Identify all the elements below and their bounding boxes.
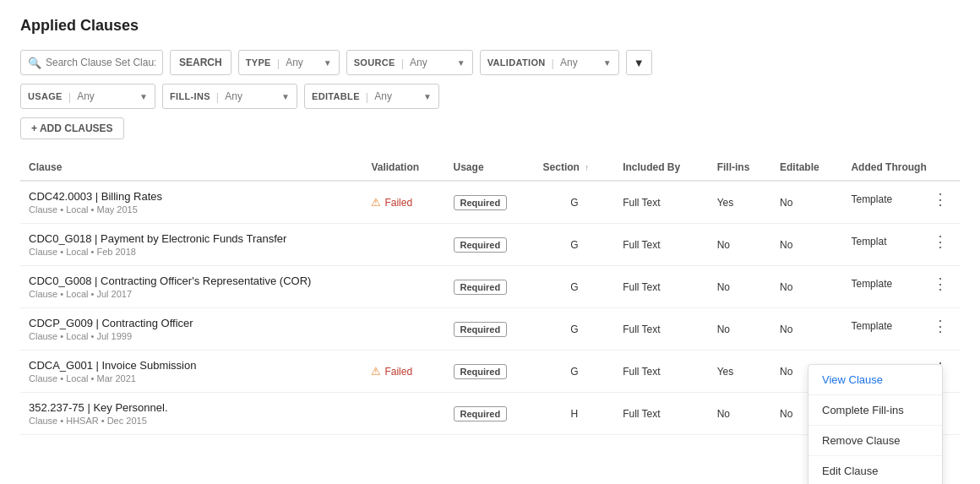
col-fillins: Fill-ins (709, 155, 771, 181)
section-cell: G (535, 351, 615, 393)
required-badge: Required (454, 406, 508, 421)
validation-cell: ⚠ Failed (362, 351, 444, 393)
section-cell: G (535, 308, 615, 351)
clause-meta: Clause • HHSAR • Dec 2015 (29, 416, 354, 426)
col-included-by: Included By (614, 155, 709, 181)
clause-meta: Clause • Local • Jul 1999 (29, 331, 354, 341)
included-by-cell: Full Text (614, 351, 709, 393)
col-section[interactable]: Section ↑ (535, 155, 615, 181)
validation-cell: ⚠ Failed (362, 181, 444, 224)
included-by-cell: Full Text (614, 393, 709, 435)
usage-filter[interactable]: USAGE | Any ▼ (20, 84, 155, 109)
validation-value: Any (560, 57, 600, 68)
clause-name: CDCP_G009 | Contracting Officer (29, 317, 354, 329)
usage-cell: Required (445, 308, 535, 351)
usage-value: Any (77, 90, 136, 102)
fillins-cell: No (709, 266, 771, 308)
chevron-down-icon: ▼ (281, 92, 290, 101)
table-row: CDC0_G018 | Payment by Electronic Funds … (20, 224, 960, 266)
clause-meta: Clause • Local • May 2015 (29, 204, 354, 215)
source-value: Any (410, 57, 454, 68)
included-by-cell: Full Text (614, 224, 709, 266)
filter-icon-button[interactable]: ▼ (626, 50, 652, 75)
failed-badge: ⚠ Failed (371, 196, 436, 209)
row-context-menu: View ClauseComplete Fill-insRemove Claus… (808, 364, 943, 484)
added-through-cell: Templat ⋮ (842, 224, 960, 259)
usage-cell: Required (445, 266, 535, 308)
added-through-cell: Template ⋮ (842, 266, 960, 302)
chevron-down-icon: ▼ (423, 92, 432, 101)
validation-filter[interactable]: VALIDATION | Any ▼ (480, 50, 619, 75)
type-value: Any (286, 57, 320, 68)
table-row: CDC42.0003 | Billing Rates Clause • Loca… (20, 181, 960, 224)
source-label: SOURCE (354, 57, 395, 68)
type-label: TYPE (246, 57, 271, 68)
usage-cell: Required (445, 181, 535, 224)
col-added-through: Added Through (842, 155, 960, 181)
editable-cell: No (771, 266, 842, 308)
required-badge: Required (454, 322, 508, 337)
menu-item-edit-clause[interactable]: Edit Clause (808, 456, 942, 484)
included-by-cell: Full Text (614, 266, 709, 308)
included-by-cell: Full Text (614, 181, 709, 224)
clause-cell: CDC0_G018 | Payment by Electronic Funds … (20, 224, 362, 266)
editable-value: Any (374, 90, 420, 102)
menu-item-complete-fill-ins[interactable]: Complete Fill-ins (808, 395, 942, 426)
filter-row-1: 🔍 SEARCH TYPE | Any ▼ SOURCE | Any ▼ VAL… (20, 50, 960, 75)
editable-cell: No (771, 181, 842, 224)
search-input[interactable] (46, 57, 155, 68)
required-badge: Required (454, 280, 508, 295)
usage-label: USAGE (28, 91, 63, 101)
editable-cell: No (771, 224, 842, 266)
clause-meta: Clause • Local • Jul 2017 (29, 289, 354, 299)
clause-cell: CDCP_G009 | Contracting Officer Clause •… (20, 308, 362, 351)
search-box[interactable]: 🔍 (20, 50, 163, 75)
added-through-cell: Template ⋮ (842, 182, 960, 217)
clause-cell: CDCA_G001 | Invoice Submission Clause • … (20, 351, 362, 393)
fillins-cell: Yes (709, 181, 771, 224)
fillins-filter[interactable]: FILL-INS | Any ▼ (162, 84, 297, 109)
col-validation: Validation (362, 155, 444, 181)
more-options-button[interactable]: ⋮ (929, 190, 951, 209)
more-options-button[interactable]: ⋮ (929, 275, 951, 293)
required-badge: Required (454, 364, 508, 379)
editable-filter[interactable]: EDITABLE | Any ▼ (304, 84, 439, 109)
source-filter[interactable]: SOURCE | Any ▼ (346, 50, 473, 75)
chevron-down-icon: ▼ (139, 92, 148, 101)
chevron-down-icon: ▼ (324, 58, 332, 68)
clause-cell: CDC42.0003 | Billing Rates Clause • Loca… (20, 181, 362, 224)
added-through-value: Template (851, 193, 892, 205)
more-options-button[interactable]: ⋮ (929, 317, 951, 335)
editable-cell: No (771, 308, 842, 351)
added-through-cell: Template ⋮ (842, 308, 960, 344)
clause-meta: Clause • Local • Mar 2021 (29, 373, 354, 383)
fillins-cell: No (709, 308, 771, 351)
validation-cell (362, 393, 444, 435)
clause-name: CDC42.0003 | Billing Rates (29, 190, 354, 203)
menu-item-remove-clause[interactable]: Remove Clause (808, 426, 942, 456)
table-wrapper: Clause Validation Usage Section ↑ Includ… (20, 155, 960, 435)
more-options-button[interactable]: ⋮ (929, 232, 951, 251)
table-row: CDCP_G009 | Contracting Officer Clause •… (20, 308, 960, 351)
add-clauses-button[interactable]: + ADD CLAUSES (20, 117, 124, 139)
section-cell: H (535, 393, 615, 435)
failed-badge: ⚠ Failed (371, 365, 436, 378)
validation-cell (362, 266, 444, 308)
clause-name: CDCA_G001 | Invoice Submission (29, 359, 354, 372)
col-editable: Editable (771, 155, 842, 181)
usage-cell: Required (445, 224, 535, 266)
fillins-label: FILL-INS (170, 91, 210, 101)
chevron-down-icon: ▼ (603, 58, 612, 68)
warning-icon: ⚠ (371, 196, 381, 209)
col-clause: Clause (20, 155, 362, 181)
funnel-icon: ▼ (634, 57, 645, 69)
required-badge: Required (454, 237, 508, 253)
fillins-cell: Yes (709, 351, 771, 393)
added-through-value: Templat (851, 236, 886, 247)
search-button[interactable]: SEARCH (170, 50, 231, 75)
table-row: CDC0_G008 | Contracting Officer's Repres… (20, 266, 960, 308)
menu-item-view-clause[interactable]: View Clause (808, 365, 942, 395)
warning-icon: ⚠ (371, 365, 381, 378)
type-filter[interactable]: TYPE | Any ▼ (238, 50, 340, 75)
added-through-value: Template (851, 320, 892, 332)
